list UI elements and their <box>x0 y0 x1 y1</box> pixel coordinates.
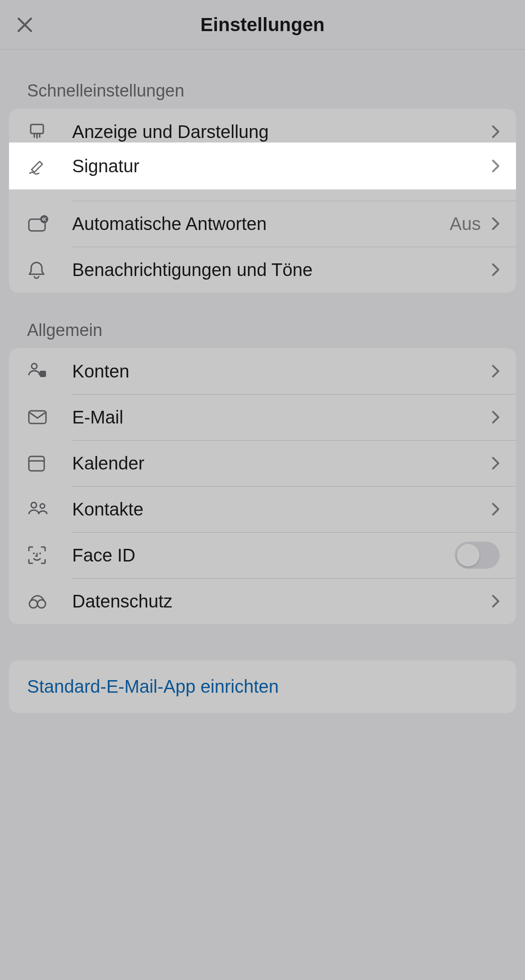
row-autoreply-label: Automatische Antworten <box>72 214 450 234</box>
paintbrush-icon <box>27 122 47 142</box>
row-signature-label: Signatur <box>72 156 492 176</box>
row-notifications[interactable]: Benachrichtigungen und Töne <box>9 247 516 293</box>
chevron-right-icon <box>492 364 500 378</box>
settings-header: Einstellungen <box>0 0 525 50</box>
default-mail-app-card[interactable]: Standard-E-Mail-App einrichten <box>9 660 516 713</box>
chevron-right-icon <box>492 456 500 470</box>
row-email-label: E-Mail <box>72 407 492 428</box>
bell-icon <box>27 260 46 280</box>
close-button[interactable] <box>14 14 36 36</box>
svg-point-8 <box>31 502 37 508</box>
accounts-icon <box>27 362 48 381</box>
chevron-right-icon <box>492 594 500 608</box>
general-settings-card: Konten E-Mail <box>9 348 516 624</box>
default-mail-app-link[interactable]: Standard-E-Mail-App einrichten <box>27 676 279 696</box>
chevron-right-icon <box>492 125 500 138</box>
privacy-icon <box>27 592 48 610</box>
row-appearance-label: Anzeige und Darstellung <box>72 122 492 142</box>
chevron-right-icon <box>492 502 500 516</box>
chevron-right-icon <box>492 263 500 276</box>
row-autoreply[interactable]: Automatische Antworten Aus <box>9 201 516 247</box>
quick-settings-card: Anzeige und Darstellung Signatur <box>9 109 516 293</box>
svg-rect-6 <box>29 456 44 471</box>
row-faceid[interactable]: Face ID <box>9 532 516 578</box>
svg-point-12 <box>29 600 37 608</box>
contacts-icon <box>27 501 49 518</box>
calendar-icon <box>27 454 46 473</box>
signature-icon <box>27 156 47 176</box>
svg-point-13 <box>37 600 46 608</box>
svg-point-11 <box>39 552 41 554</box>
row-contacts-label: Kontakte <box>72 499 492 520</box>
page-title: Einstellungen <box>0 14 525 36</box>
row-accounts[interactable]: Konten <box>9 348 516 394</box>
row-privacy[interactable]: Datenschutz <box>9 578 516 624</box>
svg-rect-5 <box>29 411 46 423</box>
chevron-right-icon <box>492 410 500 424</box>
row-notifications-label: Benachrichtigungen und Töne <box>72 260 492 280</box>
svg-point-3 <box>32 363 37 369</box>
section-label-general: Allgemein <box>9 312 516 348</box>
svg-point-10 <box>33 552 35 554</box>
autoreply-icon <box>27 215 49 233</box>
mail-icon <box>27 409 48 425</box>
row-accounts-label: Konten <box>72 361 492 382</box>
chevron-right-icon <box>492 159 500 173</box>
row-autoreply-value: Aus <box>450 214 481 234</box>
toggle-knob <box>457 544 479 566</box>
row-calendar-label: Kalender <box>72 453 492 474</box>
chevron-right-icon <box>492 217 500 230</box>
section-label-quick: Schnelleinstellungen <box>9 72 516 109</box>
row-privacy-label: Datenschutz <box>72 591 492 612</box>
faceid-toggle[interactable] <box>455 542 500 569</box>
row-contacts[interactable]: Kontakte <box>9 486 516 532</box>
close-icon <box>16 16 34 34</box>
row-faceid-label: Face ID <box>72 545 455 566</box>
svg-rect-4 <box>40 371 46 377</box>
row-calendar[interactable]: Kalender <box>9 440 516 486</box>
faceid-icon <box>27 545 47 565</box>
row-email[interactable]: E-Mail <box>9 394 516 440</box>
svg-rect-0 <box>31 124 43 133</box>
row-signature-highlight[interactable]: Signatur <box>9 143 516 189</box>
svg-point-9 <box>40 504 45 508</box>
